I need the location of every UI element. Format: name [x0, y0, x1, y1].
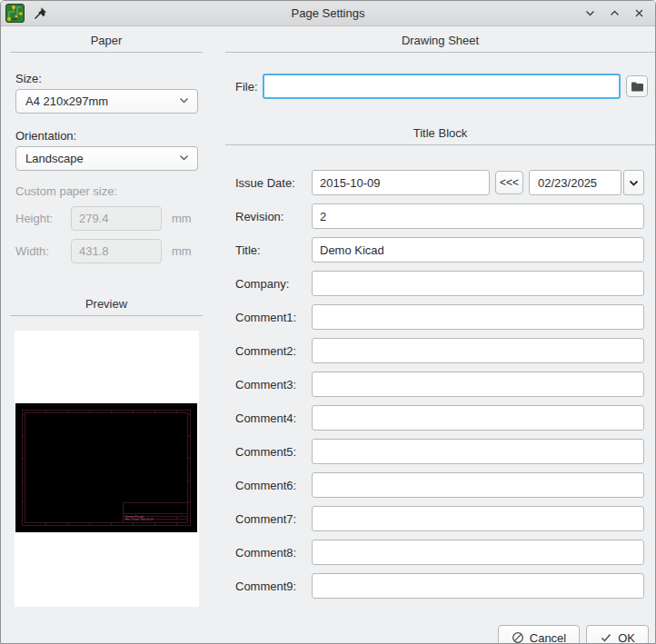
comment8-label: Comment8: [235, 546, 312, 560]
field-row-comment2: Comment2: [225, 338, 655, 363]
comment2-input[interactable] [312, 338, 644, 363]
preview-sheet-info: Rev: 2 Date: 2015-10-09 [125, 519, 154, 521]
drawing-sheet-file-input[interactable] [263, 74, 621, 99]
paper-size-select[interactable]: A4 210x297mm [15, 89, 198, 114]
comment4-label: Comment4: [235, 411, 312, 425]
comment6-label: Comment6: [235, 479, 312, 492]
field-row-comment1: Comment1: [225, 304, 655, 330]
window-title: Page Settings [1, 6, 655, 20]
check-icon [600, 631, 612, 644]
orientation-value: Landscape [25, 152, 178, 165]
height-unit-label: mm [172, 212, 192, 225]
drawing-sheet-section-header: Drawing Sheet [225, 34, 655, 53]
comment5-label: Comment5: [235, 445, 312, 459]
height-input[interactable] [71, 206, 162, 231]
chevron-down-icon [178, 94, 190, 109]
chevron-down-icon [178, 152, 190, 166]
width-label: Width: [15, 244, 71, 258]
preview-ticks-bottom [25, 523, 188, 526]
field-row-comment5: Comment5: [225, 439, 655, 464]
title-block-header-label: Title Block [225, 126, 655, 140]
date-picker: 02/23/2025 [529, 170, 644, 195]
custom-paper-size-label: Custom paper size: [15, 184, 203, 198]
ok-button-label: OK [618, 631, 635, 644]
close-icon[interactable] [631, 6, 646, 21]
title-block-section-header: Title Block [225, 126, 655, 145]
shade-up-icon[interactable] [607, 6, 621, 21]
field-row-issue-date: Issue Date: <<< 02/23/2025 [225, 170, 655, 195]
paper-header-label: Paper [10, 34, 203, 47]
browse-file-button[interactable] [626, 75, 648, 97]
comment1-input[interactable] [312, 304, 644, 330]
dialog-footer: Cancel OK [225, 625, 655, 644]
width-input[interactable] [71, 239, 162, 263]
revision-label: Revision: [235, 210, 312, 223]
paper-size-value: A4 210x297mm [25, 94, 178, 108]
width-unit-label: mm [172, 244, 192, 258]
field-row-comment8: Comment8: [225, 540, 655, 565]
drawing-sheet-header-line [225, 52, 655, 53]
file-label: File: [235, 80, 263, 94]
field-row-company: Company: [225, 271, 655, 296]
comment4-input[interactable] [312, 405, 644, 431]
pin-icon[interactable] [34, 6, 47, 20]
field-row-comment9: Comment9: [225, 573, 655, 599]
paper-header-line [10, 52, 203, 53]
issue-date-label: Issue Date: [235, 176, 312, 190]
comment5-input[interactable] [312, 439, 644, 464]
date-picker-value[interactable]: 02/23/2025 [529, 170, 621, 195]
company-input[interactable] [312, 271, 644, 296]
field-row-comment3: Comment3: [225, 372, 655, 397]
folder-icon [631, 81, 644, 93]
comment3-label: Comment3: [235, 378, 312, 391]
comment2-label: Comment2: [235, 344, 312, 358]
comment9-input[interactable] [312, 573, 644, 599]
date-picker-dropdown-button[interactable] [623, 170, 644, 195]
field-row-comment4: Comment4: [225, 405, 655, 431]
size-label: Size: [15, 72, 203, 85]
revision-input[interactable] [312, 203, 644, 229]
kicad-app-icon [5, 4, 25, 23]
title-block-fields: Revision: Title: Company: Comment1: Comm… [225, 203, 655, 599]
page-preview: Demo Kicad Rev: 2 Date: 2015-10-09 [15, 331, 199, 607]
preview-section-header: Preview [10, 297, 203, 316]
field-row-comment6: Comment6: [225, 472, 655, 498]
orientation-label: Orientation: [15, 129, 203, 143]
cancel-icon [512, 631, 524, 644]
comment3-input[interactable] [312, 372, 644, 397]
company-label: Company: [235, 277, 312, 291]
field-row-comment7: Comment7: [225, 506, 655, 531]
cancel-button-label: Cancel [530, 631, 566, 644]
comment8-input[interactable] [312, 540, 644, 565]
paper-section-header: Paper [10, 34, 203, 53]
chevron-down-icon [628, 177, 640, 189]
comment7-input[interactable] [312, 506, 644, 531]
shade-down-icon[interactable] [582, 6, 597, 21]
ok-button[interactable]: OK [586, 625, 649, 644]
title-input[interactable] [312, 237, 644, 263]
field-row-title: Title: [225, 237, 655, 263]
comment6-input[interactable] [312, 472, 644, 498]
comment9-label: Comment9: [235, 580, 312, 593]
preview-header-line [10, 315, 203, 316]
page-settings-dialog: Page Settings Paper Size: A4 210x297m [0, 0, 656, 644]
orientation-select[interactable]: Landscape [15, 146, 198, 171]
field-row-revision: Revision: [225, 203, 655, 229]
preview-header-label: Preview [10, 297, 203, 311]
comment1-label: Comment1: [235, 311, 312, 324]
cancel-button[interactable]: Cancel [498, 625, 580, 644]
preview-title-block: Demo Kicad Rev: 2 Date: 2015-10-09 [123, 502, 188, 523]
issue-date-input[interactable] [312, 170, 490, 195]
drawing-sheet-header-label: Drawing Sheet [225, 34, 655, 47]
titlebar: Page Settings [1, 1, 655, 26]
preview-sheet: Demo Kicad Rev: 2 Date: 2015-10-09 [15, 403, 197, 532]
height-label: Height: [15, 212, 71, 225]
copy-date-button[interactable]: <<< [495, 171, 523, 194]
title-block-header-line [225, 144, 655, 145]
title-label: Title: [235, 243, 312, 257]
comment7-label: Comment7: [235, 512, 312, 526]
title-block-form: Issue Date: <<< 02/23/2025 Revision: Tit… [225, 170, 655, 607]
preview-ticks-right [188, 412, 191, 523]
